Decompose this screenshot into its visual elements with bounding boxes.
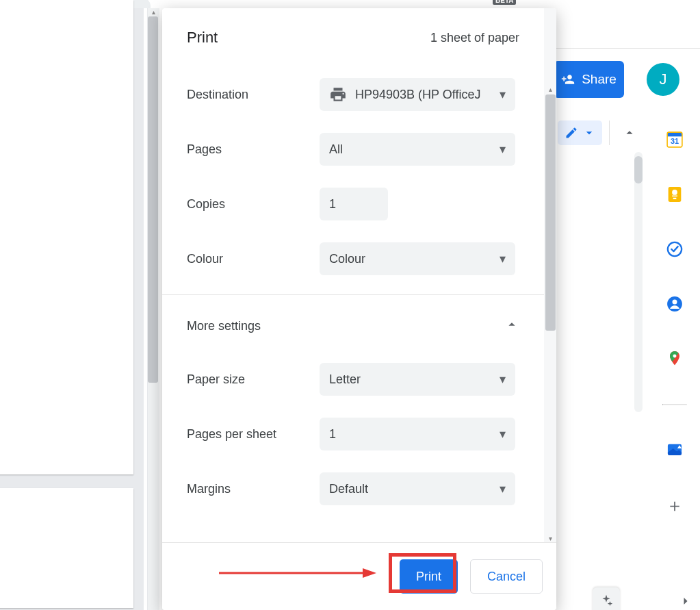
chevron-up-icon: [622, 125, 637, 140]
preview-scroll-up-button[interactable]: ▴: [148, 8, 158, 16]
avatar-initial: J: [660, 71, 667, 88]
account-avatar[interactable]: J: [647, 63, 679, 96]
svg-point-9: [673, 299, 677, 304]
preview-page-2: [0, 488, 133, 608]
copies-label: Copies: [187, 197, 306, 212]
pages-per-sheet-row: Pages per sheet 1 ▾: [162, 407, 544, 461]
pages-per-sheet-select[interactable]: 1 ▾: [320, 418, 515, 450]
svg-text:31: 31: [671, 137, 679, 145]
keep-app-icon[interactable]: [665, 185, 684, 204]
print-button[interactable]: Print: [400, 559, 458, 594]
colour-label: Colour: [187, 252, 306, 266]
caret-down-icon: ▾: [500, 427, 506, 442]
pencil-icon: [565, 126, 578, 140]
sheet-count-label: 1 sheet of paper: [430, 31, 519, 45]
destination-select[interactable]: HP94903B (HP OfficeJ ▾: [320, 78, 515, 111]
cancel-button-label: Cancel: [487, 570, 526, 584]
caret-down-icon: ▾: [500, 87, 506, 102]
margins-select[interactable]: Default ▾: [320, 472, 515, 505]
colour-value: Colour: [329, 252, 491, 266]
dialog-scroll-down-button[interactable]: ▾: [545, 534, 555, 542]
maps-app-icon[interactable]: [665, 349, 684, 368]
share-button[interactable]: Share: [554, 61, 624, 98]
margins-row: Margins Default ▾: [162, 461, 544, 516]
caret-down-icon: ▾: [500, 372, 506, 387]
paper-size-row: Paper size Letter ▾: [162, 352, 544, 407]
print-dialog: Print 1 sheet of paper Destination HP949…: [162, 8, 556, 610]
pages-value: All: [329, 142, 491, 157]
printer-icon: [329, 86, 347, 103]
paper-size-label: Paper size: [187, 372, 306, 387]
svg-point-10: [673, 355, 677, 358]
preview-page-1: [0, 0, 133, 474]
explore-button[interactable]: [593, 587, 620, 610]
dialog-title: Print: [187, 29, 218, 47]
get-addons-button[interactable]: ＋: [665, 496, 684, 515]
calendar-app-icon[interactable]: 31: [665, 130, 684, 149]
addon-app-icon[interactable]: [665, 441, 684, 460]
dialog-scrollbar-thumb[interactable]: [545, 94, 556, 331]
dialog-footer: Print Cancel: [162, 542, 556, 610]
sparkle-icon: [599, 594, 614, 609]
pages-per-sheet-value: 1: [329, 427, 491, 442]
tasks-app-icon[interactable]: [665, 240, 684, 259]
side-panel-rail: 31 ＋: [662, 130, 687, 515]
side-rail-divider: [662, 404, 687, 405]
caret-down-icon: ▾: [500, 481, 506, 496]
caret-down-icon: ▾: [500, 251, 506, 266]
pages-row: Pages All ▾: [162, 122, 544, 177]
destination-row: Destination HP94903B (HP OfficeJ ▾: [162, 67, 544, 122]
destination-value: HP94903B (HP OfficeJ: [355, 88, 491, 102]
pages-select[interactable]: All ▾: [320, 133, 515, 166]
toolbar-divider: [556, 48, 700, 49]
preview-scrollbar-thumb[interactable]: [148, 16, 158, 383]
caret-down-icon: [582, 126, 596, 140]
destination-label: Destination: [187, 88, 306, 102]
more-settings-label: More settings: [187, 319, 261, 333]
plus-icon: ＋: [666, 494, 684, 518]
cancel-button[interactable]: Cancel: [470, 559, 543, 594]
copies-input[interactable]: [320, 188, 388, 220]
caret-down-icon: ▾: [500, 142, 506, 157]
person-add-icon: [561, 73, 575, 86]
document-scrollbar-thumb[interactable]: [634, 156, 643, 183]
dialog-divider: [162, 294, 544, 295]
chevron-up-icon: [504, 317, 519, 335]
more-settings-toggle[interactable]: More settings: [162, 301, 544, 352]
contacts-app-icon[interactable]: [665, 294, 684, 314]
paper-size-value: Letter: [329, 372, 491, 387]
show-side-panel-button[interactable]: [677, 592, 695, 610]
colour-select[interactable]: Colour ▾: [320, 242, 515, 275]
pages-label: Pages: [187, 142, 306, 157]
chevron-right-icon: [679, 594, 692, 608]
paper-size-select[interactable]: Letter ▾: [320, 363, 515, 396]
dialog-scroll-up-button[interactable]: ▴: [545, 85, 555, 93]
copies-row: Copies: [162, 177, 544, 231]
share-button-label: Share: [582, 72, 617, 87]
margins-value: Default: [329, 482, 491, 496]
svg-point-6: [672, 190, 677, 195]
document-scrollbar-track: [634, 152, 643, 412]
print-button-label: Print: [416, 570, 441, 584]
colour-row: Colour Colour ▾: [162, 231, 544, 286]
pages-per-sheet-label: Pages per sheet: [187, 427, 306, 442]
print-dialog-body: Print 1 sheet of paper Destination HP949…: [162, 8, 544, 542]
beta-badge: BETA: [493, 0, 516, 5]
toolbar-separator: [609, 120, 610, 145]
collapse-toolbar-button[interactable]: [617, 120, 642, 145]
margins-label: Margins: [187, 482, 306, 496]
editing-mode-button[interactable]: [558, 120, 602, 145]
